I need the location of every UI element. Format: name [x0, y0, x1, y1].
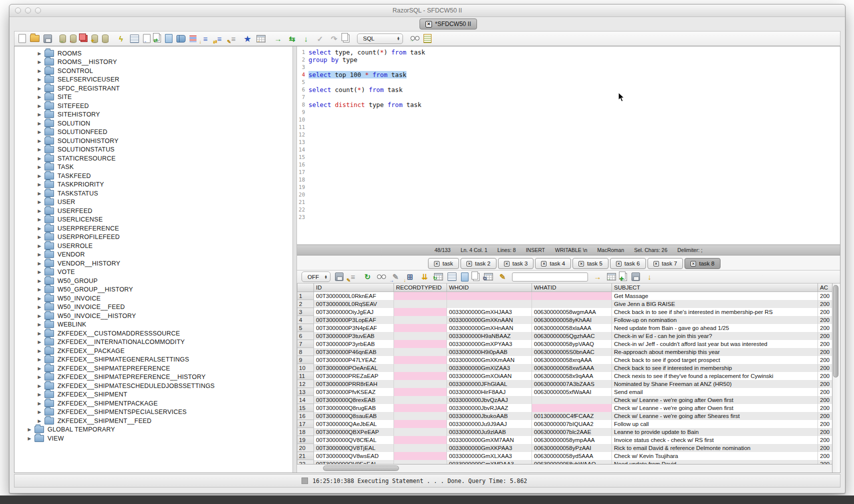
table-cell[interactable]: 0033000000GmXKPAA3	[447, 444, 532, 452]
tree-item-vote[interactable]: ▶VOTE	[14, 268, 292, 277]
row-number-cell[interactable]: 12	[298, 380, 314, 388]
code-line[interactable]	[308, 64, 840, 71]
close-tab-icon[interactable]: ✕	[541, 261, 546, 266]
disclosure-triangle-icon[interactable]: ▶	[36, 278, 42, 284]
column-header-ac[interactable]: AC	[818, 284, 832, 292]
disclosure-triangle-icon[interactable]: ▶	[36, 51, 42, 56]
table-cell[interactable]: 200	[818, 356, 832, 364]
close-tab-icon[interactable]: ✕	[654, 261, 659, 266]
table-cell[interactable]: 0033000000H9aNBAAZ	[447, 332, 532, 340]
close-tab-icon[interactable]: ✕	[434, 261, 440, 266]
commit-icon[interactable]	[80, 35, 88, 42]
result-tab-task-3[interactable]: ✕task 3	[498, 258, 534, 269]
table-cell[interactable]: 0033000000GmXPYAA3	[447, 340, 532, 348]
table-cell[interactable]: 00T3000000QV8CfEAL	[314, 436, 394, 444]
column-header-whatid[interactable]: WHATID	[532, 284, 612, 292]
table-cell[interactable]: 00T3000000QAeJbEAL	[314, 420, 394, 428]
table-cell[interactable]: 006300000058yKhAAI	[532, 316, 612, 324]
tree-item-user[interactable]: ▶USER	[14, 198, 292, 207]
tree-item-solutionstatus[interactable]: ▶SOLUTIONSTATUS	[14, 146, 292, 154]
disclosure-triangle-icon[interactable]: ▶	[36, 77, 42, 82]
highlighter-icon[interactable]: ✎	[498, 272, 508, 282]
tree-item-taskstatus[interactable]: ▶TASKSTATUS	[14, 189, 292, 198]
code-line[interactable]	[308, 94, 840, 101]
table-cell[interactable]: Check nexis to see if they've found a re…	[612, 372, 818, 380]
disclosure-triangle-icon[interactable]: ▶	[36, 418, 42, 424]
table-cell[interactable]: 00T3000000L0RknEAF	[314, 292, 394, 300]
refresh-table-icon[interactable]: ⇄	[154, 34, 161, 42]
disclosure-triangle-icon[interactable]: ▶	[26, 427, 32, 432]
table-cell[interactable]: 0033000000Ju9zlAAB	[447, 428, 532, 436]
edit-results-icon[interactable]: ✎→	[390, 272, 400, 282]
table-cell[interactable]	[394, 388, 447, 396]
table-cell[interactable]: 006300000058xrqAAA	[532, 356, 612, 364]
table-cell[interactable]: 0033000000JbukoAAB	[447, 412, 532, 420]
row-number-cell[interactable]: 19	[298, 436, 314, 444]
tree-item-userfeed[interactable]: ▶USERFEED	[14, 206, 292, 216]
compare-icon[interactable]: ≡⇄	[214, 34, 224, 44]
table-cell[interactable]	[394, 364, 447, 372]
table-cell[interactable]: 200	[818, 308, 832, 316]
zoom-window-button[interactable]	[35, 8, 41, 14]
table-cell[interactable]: 00630000005xfWaAAI	[532, 388, 612, 396]
table-cell[interactable]	[394, 308, 447, 316]
note-icon[interactable]	[461, 272, 468, 282]
table-cell[interactable]: 00T3000000P46qnEAB	[314, 348, 394, 356]
table-cell[interactable]: 0033000000JFhGlAAL	[447, 380, 532, 388]
disclosure-triangle-icon[interactable]: ▶	[36, 147, 42, 152]
tree-item-w50_group[interactable]: ▶W50_GROUP	[14, 276, 292, 286]
describe-table-icon[interactable]	[130, 34, 139, 43]
row-number-cell[interactable]: 15	[298, 404, 314, 412]
tree-item-w50_group__history[interactable]: ▶W50_GROUP__HISTORY	[14, 286, 292, 294]
favorites-icon[interactable]: ★	[242, 34, 252, 44]
disclosure-triangle-icon[interactable]: ▶	[36, 86, 42, 91]
tree-item-zkfedex__shipmatepreference[interactable]: ▶ZKFEDEX__SHIPMATEPREFERENCE	[14, 364, 292, 373]
vertical-scroll-thumb[interactable]	[833, 285, 838, 378]
table-cell[interactable]: 00T3000000QV8TjEAL	[314, 444, 394, 452]
result-tab-task-5[interactable]: ✕task 5	[572, 258, 608, 269]
table-cell[interactable]: Leanne to provide update to Bain	[612, 428, 818, 436]
disclosure-triangle-icon[interactable]: ▶	[36, 112, 42, 117]
table-cell[interactable]: 0033000000GmXKmAAN	[447, 356, 532, 364]
table-cell[interactable]: 006300000058xw5AAA	[532, 364, 612, 372]
table-cell[interactable]	[394, 420, 447, 428]
code-line[interactable]	[308, 78, 840, 86]
database-icon[interactable]	[102, 34, 108, 43]
tree-item-task[interactable]: ▶TASK	[14, 163, 292, 172]
table-cell[interactable]: 00T3000000POeAnEAL	[314, 364, 394, 372]
results-search-input[interactable]	[512, 272, 588, 282]
row-number-cell[interactable]: 5	[298, 324, 314, 332]
table-cell[interactable]	[532, 404, 612, 412]
result-tab-task-6[interactable]: ✕task 6	[610, 258, 646, 269]
disclosure-triangle-icon[interactable]: ▶	[36, 374, 42, 380]
column-header-id[interactable]: ID	[314, 284, 394, 292]
table-cell[interactable]: Need update from David	[612, 460, 818, 464]
disclosure-triangle-icon[interactable]: ▶	[36, 357, 42, 362]
new-file-icon[interactable]	[18, 34, 26, 43]
titlebar[interactable]: RazorSQL - SFDCW50 II	[10, 4, 845, 17]
disclosure-triangle-icon[interactable]: ▶	[36, 156, 42, 161]
table-cell[interactable]: Need update from Bain - gave go ahead 1/…	[612, 324, 818, 332]
table-cell[interactable]: 0033000000GmXM7AAN	[447, 436, 532, 444]
tree-item-solutionfeed[interactable]: ▶SOLUTIONFEED	[14, 128, 292, 137]
table-cell[interactable]: Check back to see if interested in membe…	[612, 364, 818, 372]
refresh-results-icon[interactable]: ↻	[362, 272, 372, 282]
find-next-icon[interactable]: →	[592, 272, 602, 282]
sql-mode-select[interactable]: SQL ▲▼	[357, 34, 403, 44]
disclosure-triangle-icon[interactable]: ▶	[36, 287, 42, 292]
form-view-icon[interactable]	[424, 34, 432, 43]
table-cell[interactable]: 00630000005QgzhAAC	[532, 332, 612, 340]
table-cell[interactable]: Check back in to see if she's interested…	[612, 308, 818, 316]
tree-item-solution[interactable]: ▶SOLUTION	[14, 119, 292, 128]
tree-item-userrole[interactable]: ▶USERROLE	[14, 242, 292, 250]
table-cell[interactable]: 00T3000000Q8rugEAB	[314, 404, 394, 412]
tree-item-taskfeed[interactable]: ▶TASKFEED	[14, 172, 292, 180]
database-object-tree[interactable]: ▶ROOMS▶ROOMS__HISTORY▶SCONTROL▶SELFSERVI…	[14, 46, 292, 472]
table-cell[interactable]	[394, 292, 447, 300]
tree-item-selfserviceuser[interactable]: ▶SELFSERVICEUSER	[14, 76, 292, 84]
table-cell[interactable]: Check-in w/ Ed - can he join this year?	[612, 332, 818, 340]
tree-item-sitefeed[interactable]: ▶SITEFEED	[14, 102, 292, 110]
row-number-cell[interactable]: 7	[298, 340, 314, 348]
table-cell[interactable]: 00630000007blc2AAE	[532, 428, 612, 436]
table-cell[interactable]: Follow up call	[612, 420, 818, 428]
